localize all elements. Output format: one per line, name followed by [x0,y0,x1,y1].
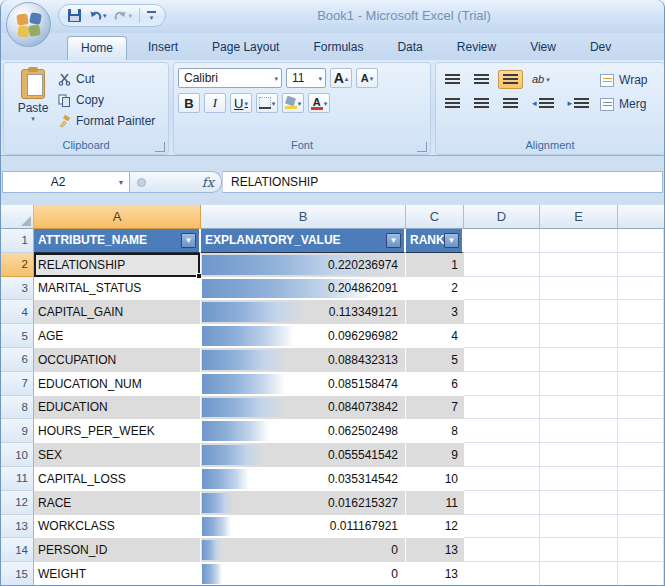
cell-attribute-name[interactable]: AGE [34,324,201,348]
cell-rank[interactable]: 3 [406,300,464,324]
cell-attribute-name[interactable]: EDUCATION_NUM [34,372,201,396]
cell-rank[interactable]: 6 [406,372,464,396]
empty-cell[interactable] [540,229,618,253]
cell-explanatory-value[interactable]: 0.016215327 [201,491,406,515]
empty-cell[interactable] [464,538,540,562]
row-number[interactable]: 9 [1,419,34,443]
orientation-button[interactable]: ab ▾ [527,69,555,89]
row-number[interactable]: 7 [1,372,34,396]
cell-rank[interactable]: 11 [406,491,464,515]
decrease-indent-button[interactable]: ◂ [527,94,559,113]
tab-insert[interactable]: Insert [135,36,191,60]
chevron-down-icon[interactable]: ▾ [315,75,325,82]
cell-rank[interactable]: 9 [406,443,464,467]
filter-dropdown-icon[interactable]: ▼ [386,233,401,248]
empty-cell[interactable] [464,372,540,396]
cell-explanatory-value[interactable]: 0.084073842 [201,396,406,420]
empty-cell[interactable] [540,419,618,443]
empty-cell[interactable] [464,515,540,539]
insert-function-button[interactable]: fx [202,175,214,190]
cell-rank[interactable]: 5 [406,348,464,372]
empty-cell[interactable] [540,562,618,586]
column-header-B[interactable]: B [201,205,406,229]
empty-cell[interactable] [618,372,664,396]
tab-data[interactable]: Data [384,36,435,60]
cell-attribute-name[interactable]: EDUCATION [34,396,201,420]
row-number[interactable]: 1 [1,229,34,253]
row-number[interactable]: 11 [1,467,34,491]
column-header-E[interactable]: E [540,205,618,229]
rank-header[interactable]: RANK▼ [406,229,464,253]
paste-button[interactable]: Paste ▾ [8,67,58,138]
empty-cell[interactable] [464,348,540,372]
tab-review[interactable]: Review [444,36,509,60]
empty-cell[interactable] [464,300,540,324]
row-number[interactable]: 6 [1,348,34,372]
cell-attribute-name[interactable]: HOURS_PER_WEEK [34,419,201,443]
cell-explanatory-value[interactable]: 0.035314542 [201,467,406,491]
paste-caret-icon[interactable]: ▾ [31,115,35,122]
chevron-down-icon[interactable]: ▾ [324,100,328,107]
empty-cell[interactable] [540,467,618,491]
empty-cell[interactable] [618,538,664,562]
row-number[interactable]: 12 [1,491,34,515]
column-header-D[interactable]: D [464,205,540,229]
empty-cell[interactable] [618,229,664,253]
empty-cell[interactable] [464,467,540,491]
cell-rank[interactable]: 8 [406,419,464,443]
empty-cell[interactable] [540,515,618,539]
shrink-font-button[interactable]: A ▾ [356,68,378,88]
cell-attribute-name[interactable]: WEIGHT [34,562,201,586]
cell-rank[interactable]: 10 [406,467,464,491]
bottom-align-button[interactable] [498,70,523,89]
empty-cell[interactable] [618,300,664,324]
save-button[interactable] [68,9,81,22]
office-button[interactable] [6,2,51,47]
clipboard-dialog-launcher-icon[interactable] [155,142,165,152]
select-all-corner[interactable] [1,205,34,229]
top-align-button[interactable] [440,70,465,89]
empty-cell[interactable] [464,253,540,277]
customize-qat-button[interactable]: ▾ [147,11,156,21]
center-button[interactable] [469,94,494,113]
cell-attribute-name[interactable]: RELATIONSHIP [34,253,201,277]
chevron-down-icon[interactable]: ▾ [244,100,248,107]
empty-cell[interactable] [464,491,540,515]
column-header-A[interactable]: A [34,205,201,229]
column-header-C[interactable]: C [406,205,464,229]
cell-explanatory-value[interactable]: 0.204862091 [201,277,406,301]
attribute-name-header[interactable]: ATTRIBUTE_NAME▼ [34,229,201,253]
empty-cell[interactable] [618,515,664,539]
chevron-down-icon[interactable]: ▾ [298,100,302,107]
cell-attribute-name[interactable]: RACE [34,491,201,515]
empty-cell[interactable] [618,562,664,586]
format-painter-button[interactable]: Format Painter [58,112,164,130]
font-size-combo[interactable]: 11 ▾ [286,68,326,88]
empty-cell[interactable] [464,229,540,253]
cell-explanatory-value[interactable]: 0.011167921 [201,515,406,539]
wrap-text-button[interactable]: Wrap [600,71,647,89]
empty-cell[interactable] [464,396,540,420]
merge-center-button[interactable]: Merg [600,95,647,113]
empty-cell[interactable] [464,277,540,301]
tab-formulas[interactable]: Formulas [300,36,376,60]
cell-attribute-name[interactable]: SEX [34,443,201,467]
undo-caret-icon[interactable]: ▾ [103,12,107,19]
filter-dropdown-icon[interactable]: ▼ [444,233,459,248]
cell-rank[interactable]: 7 [406,396,464,420]
empty-cell[interactable] [618,467,664,491]
explanatory-value-header[interactable]: EXPLANATORY_VALUE▼ [201,229,406,253]
increase-indent-button[interactable]: ▸ [563,94,595,113]
row-number[interactable]: 2 [1,253,34,277]
empty-cell[interactable] [618,277,664,301]
row-number[interactable]: 15 [1,562,34,586]
align-left-button[interactable] [440,94,465,113]
name-box[interactable]: A2 ▼ [2,171,130,193]
empty-cell[interactable] [464,443,540,467]
cell-explanatory-value[interactable]: 0 [201,538,406,562]
cell-explanatory-value[interactable]: 0.096296982 [201,324,406,348]
bold-button[interactable]: B [178,93,200,113]
cell-rank[interactable]: 13 [406,562,464,586]
cell-explanatory-value[interactable]: 0.088432313 [201,348,406,372]
font-dialog-launcher-icon[interactable] [417,142,427,152]
